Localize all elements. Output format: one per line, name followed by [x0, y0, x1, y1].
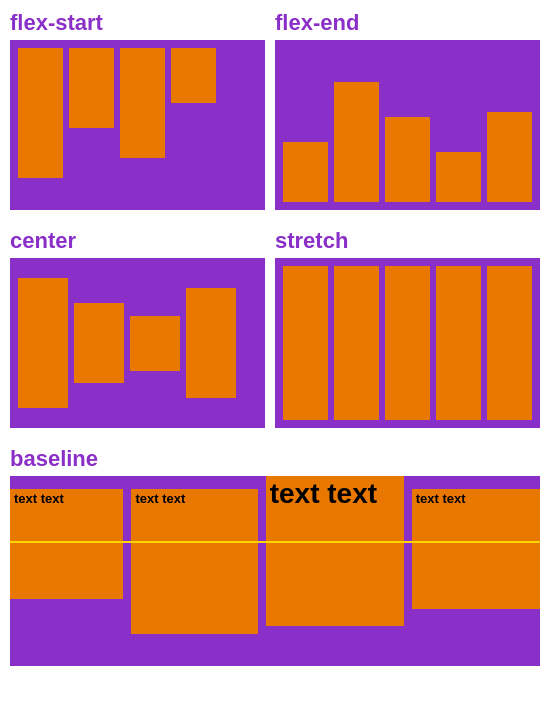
flex-end-container — [275, 40, 540, 210]
flex-end-item-1 — [283, 142, 328, 202]
stretch-container — [275, 258, 540, 428]
flex-end-box: flex-end — [275, 10, 540, 210]
flex-start-container — [10, 40, 265, 210]
flex-end-item-4 — [436, 152, 481, 202]
flex-start-item-2 — [69, 48, 114, 128]
center-item-1 — [18, 278, 68, 408]
baseline-item-3: text text — [266, 476, 404, 626]
stretch-box: stretch — [275, 228, 540, 428]
stretch-item-3 — [385, 266, 430, 420]
stretch-item-4 — [436, 266, 481, 420]
baseline-section: baseline text text text text text text t… — [10, 446, 540, 666]
flex-end-label: flex-end — [275, 10, 540, 36]
baseline-item-2: text text — [131, 489, 257, 634]
center-container — [10, 258, 265, 428]
flex-start-label: flex-start — [10, 10, 265, 36]
baseline-item-1: text text — [10, 489, 123, 599]
baseline-line — [10, 541, 540, 543]
stretch-label: stretch — [275, 228, 540, 254]
baseline-container: text text text text text text text text — [10, 476, 540, 666]
baseline-label: baseline — [10, 446, 540, 472]
flex-start-box: flex-start — [10, 10, 265, 210]
center-label: center — [10, 228, 265, 254]
stretch-item-5 — [487, 266, 532, 420]
baseline-item-4: text text — [412, 489, 540, 609]
center-item-4 — [186, 288, 236, 398]
flex-start-item-4 — [171, 48, 216, 103]
stretch-item-2 — [334, 266, 379, 420]
center-item-3 — [130, 316, 180, 371]
center-box: center — [10, 228, 265, 428]
flex-end-item-3 — [385, 117, 430, 202]
flex-start-item-3 — [120, 48, 165, 158]
center-item-2 — [74, 303, 124, 383]
middle-row: center stretch — [10, 228, 540, 428]
top-row: flex-start flex-end — [10, 10, 540, 210]
flex-end-item-2 — [334, 82, 379, 202]
flex-end-item-5 — [487, 112, 532, 202]
flex-start-item-1 — [18, 48, 63, 178]
stretch-item-1 — [283, 266, 328, 420]
